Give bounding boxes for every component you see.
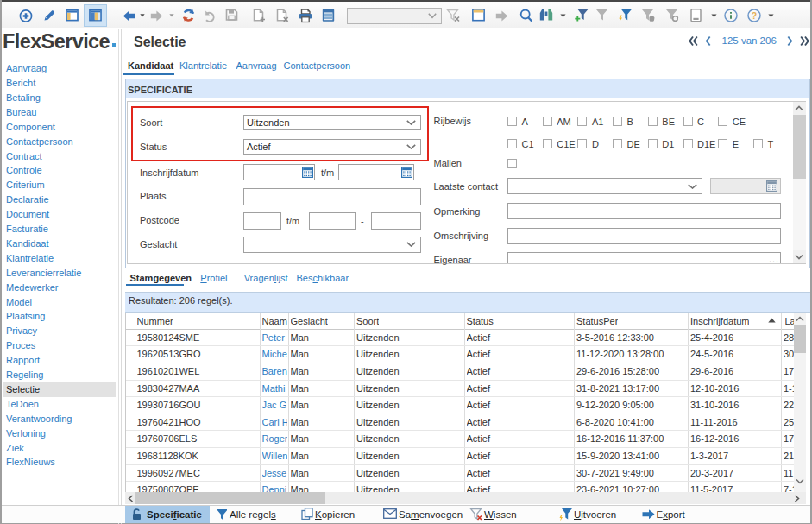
svg-text:?: ? <box>751 10 756 21</box>
